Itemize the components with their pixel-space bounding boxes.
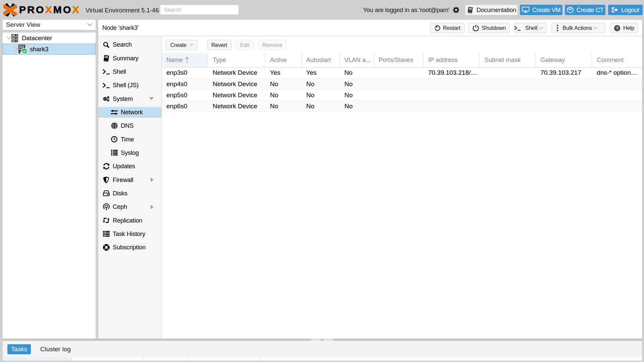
- svg-text:?: ?: [616, 26, 619, 31]
